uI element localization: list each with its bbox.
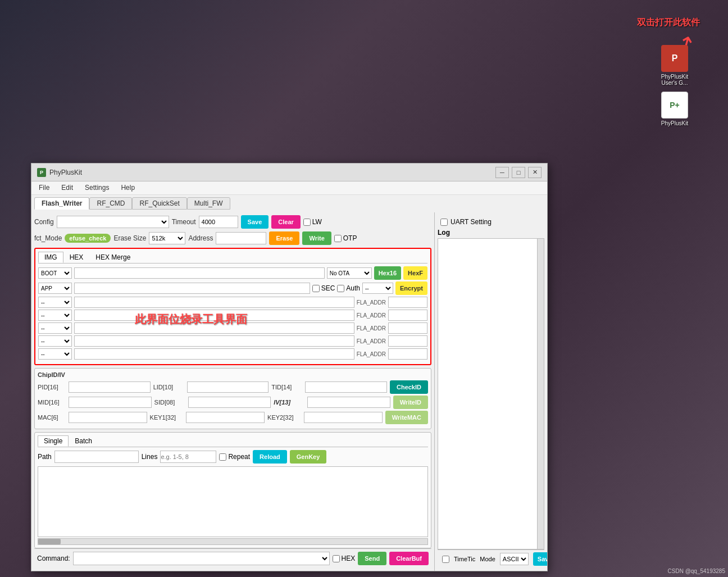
menu-settings[interactable]: Settings — [80, 183, 113, 193]
phypluskit-guide-icon[interactable]: P PhyPlusKitUser's G... — [655, 45, 694, 86]
sec-checkbox[interactable] — [312, 285, 320, 292]
batch-tab[interactable]: Batch — [69, 435, 98, 447]
otp-checkbox[interactable] — [334, 235, 342, 242]
batch-text-area[interactable] — [38, 466, 428, 537]
clearbuf-button[interactable]: ClearBuf — [389, 552, 429, 565]
uart-setting-row: UART Setting — [438, 215, 544, 229]
auth-checkbox[interactable] — [337, 285, 344, 292]
repeat-checkbox[interactable] — [219, 453, 226, 461]
config-select[interactable] — [57, 216, 169, 228]
fla-type-select-2[interactable]: -- — [38, 310, 72, 321]
address-input[interactable] — [216, 232, 266, 244]
clear-button[interactable]: Clear — [271, 215, 301, 229]
lid-label: LID[10] — [153, 384, 184, 390]
write-mac-button[interactable]: WriteMAC — [385, 411, 428, 424]
save-button[interactable]: Save — [241, 215, 269, 229]
hex-checkbox[interactable] — [333, 555, 340, 562]
erase-size-select[interactable]: 512k 256k 128k — [149, 232, 185, 244]
hexf-button[interactable]: HexF — [403, 266, 427, 280]
phypluskit-app-icon[interactable]: P+ PhyPlusKit — [655, 92, 694, 126]
fla-type-select-1[interactable]: -- — [38, 297, 72, 308]
fla-type-select-4[interactable]: -- — [38, 335, 72, 347]
genkey-button[interactable]: GenKey — [290, 450, 327, 464]
boot-file-input[interactable] — [74, 267, 325, 279]
iv-input[interactable] — [307, 397, 390, 408]
tid-input[interactable] — [305, 381, 387, 393]
fla-addr-input-3[interactable] — [388, 322, 427, 334]
desktop-icons: P PhyPlusKitUser's G... P+ PhyPlusKit — [655, 45, 694, 126]
uart-checkbox[interactable] — [440, 219, 448, 226]
content-area: Config Timeout Save Clear LW fct_Mode ef… — [31, 212, 547, 571]
write-button[interactable]: Write — [302, 231, 331, 245]
menu-edit[interactable]: Edit — [57, 183, 78, 193]
mode-label: Mode — [480, 556, 495, 562]
timetic-checkbox[interactable] — [442, 556, 449, 563]
tab-flash-writer[interactable]: Flash_Writer — [34, 197, 89, 210]
fla-addr-label-3: FLA_ADDR — [357, 325, 386, 331]
img-tab[interactable]: IMG — [38, 252, 63, 263]
command-input[interactable] — [73, 552, 330, 565]
send-button[interactable]: Send — [358, 552, 386, 565]
hex-tab[interactable]: HEX — [63, 252, 90, 263]
tab-multi-fw[interactable]: Multi_FW — [187, 197, 230, 210]
maximize-button[interactable]: □ — [512, 167, 525, 178]
menu-help[interactable]: Help — [116, 183, 139, 193]
key2-input[interactable] — [304, 412, 383, 423]
mode-select[interactable]: ASCII HEX — [500, 553, 529, 565]
menu-file[interactable]: File — [34, 183, 54, 193]
fla-file-input-2[interactable] — [74, 310, 354, 321]
log-scrollbar[interactable] — [537, 239, 544, 549]
close-button[interactable]: ✕ — [528, 167, 542, 178]
fla-file-input-1[interactable] — [74, 297, 354, 308]
tab-rf-cmd[interactable]: RF_CMD — [89, 197, 132, 210]
app-file-input[interactable] — [74, 283, 310, 294]
key1-input[interactable] — [186, 412, 265, 423]
encrypt-button[interactable]: Encrypt — [395, 281, 427, 295]
fla-type-select-3[interactable]: -- — [38, 322, 72, 334]
single-batch-section: Single Batch Path Lines Repeat Reload Ge… — [34, 432, 431, 548]
fla-row-5: -- FLA_ADDR — [38, 348, 427, 360]
no-ota-select[interactable]: No OTA — [327, 267, 372, 279]
fla-addr-input-5[interactable] — [388, 348, 427, 360]
bottom-save-button[interactable]: Save — [533, 552, 547, 566]
fla-row-3: -- FLA_ADDR — [38, 322, 427, 334]
app-option-select[interactable]: -- — [362, 283, 393, 294]
check-id-button[interactable]: CheckID — [390, 380, 428, 394]
fla-type-select-5[interactable]: -- — [38, 348, 72, 360]
single-tab[interactable]: Single — [38, 435, 69, 447]
lines-input[interactable] — [160, 451, 216, 463]
timeout-label: Timeout — [172, 218, 196, 226]
pid-input[interactable] — [69, 381, 151, 393]
fla-file-input-4[interactable] — [74, 335, 354, 347]
hex-merge-tab[interactable]: HEX Merge — [89, 252, 136, 263]
erase-button[interactable]: Erase — [269, 231, 299, 245]
lid-input[interactable] — [187, 381, 269, 393]
app-type-select[interactable]: APP — [38, 283, 72, 294]
boot-type-select[interactable]: BOOT — [38, 267, 72, 279]
app-row: APP SEC Auth -- Encrypt — [38, 281, 427, 295]
tab-rf-quickset[interactable]: RF_QuickSet — [132, 197, 186, 210]
chipid-row-2: MID[16] SID[08] IV[13] WriteID — [38, 396, 428, 409]
write-id-button[interactable]: WriteID — [393, 396, 428, 409]
path-row: Path Lines Repeat Reload GenKey — [38, 450, 428, 464]
fla-file-input-3[interactable] — [74, 322, 354, 334]
minimize-button[interactable]: ─ — [495, 167, 509, 178]
reload-button[interactable]: Reload — [253, 450, 287, 464]
path-input[interactable] — [54, 451, 139, 463]
hex16-button[interactable]: Hex16 — [374, 266, 401, 280]
fla-file-input-5[interactable] — [74, 348, 354, 360]
chipid-title: ChipID/IV — [38, 371, 428, 378]
fla-addr-input-2[interactable] — [388, 310, 427, 321]
log-title: Log — [438, 229, 544, 237]
pid-label: PID[16] — [38, 384, 66, 390]
mac-input[interactable] — [69, 412, 147, 423]
sid-input[interactable] — [188, 397, 271, 408]
mid-input[interactable] — [69, 397, 152, 408]
timeout-input[interactable] — [199, 216, 238, 228]
lw-checkbox[interactable] — [303, 219, 311, 226]
title-bar: P PhyPlusKit ─ □ ✕ — [31, 163, 547, 181]
repeat-label: Repeat — [228, 453, 250, 461]
fla-addr-input-1[interactable] — [388, 297, 427, 308]
fla-addr-input-4[interactable] — [388, 335, 427, 347]
horizontal-scrollbar[interactable] — [38, 538, 428, 545]
